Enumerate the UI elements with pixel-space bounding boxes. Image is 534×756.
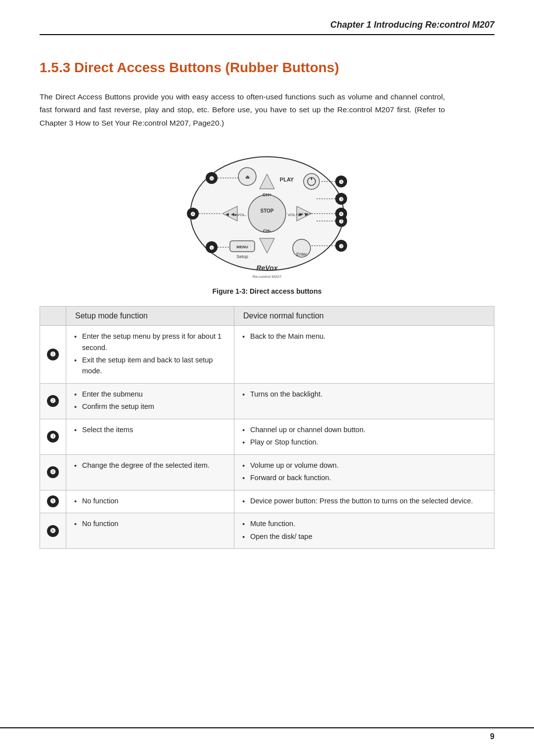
figure-caption: Figure 1-3: Direct access buttons xyxy=(213,287,322,295)
svg-text:◄◄: ◄◄ xyxy=(224,211,235,217)
list-item: Change the degree of the selected item. xyxy=(73,460,227,471)
svg-text:❸: ❸ xyxy=(339,196,344,202)
col-header-device: Device normal function xyxy=(234,307,494,326)
list-item: Mute function. xyxy=(241,518,487,529)
list-item: Forward or back function. xyxy=(241,472,487,483)
svg-text:MENU: MENU xyxy=(236,245,248,249)
page-container: Chapter 1 Introducing Re:control M207 1.… xyxy=(0,0,534,756)
svg-text:❹: ❹ xyxy=(339,211,344,217)
device-cell: Device power button: Press the button to… xyxy=(234,490,494,513)
table-row: ❻No functionMute function.Open the disk/… xyxy=(40,513,494,549)
table-row: ❶Enter the setup menu by press it for ab… xyxy=(40,326,494,384)
setup-cell: Enter the submenuConfirm the setup item xyxy=(66,383,234,419)
col-header-setup: Setup mode function xyxy=(66,307,234,326)
row-badge: ❷ xyxy=(40,383,66,419)
svg-text:ReVox: ReVox xyxy=(256,264,278,272)
svg-point-5 xyxy=(248,195,286,232)
list-item: Back to the Main menu. xyxy=(241,331,487,342)
svg-text:❺: ❺ xyxy=(339,179,344,185)
svg-text:PLAY: PLAY xyxy=(280,177,294,182)
num-badge: ❻ xyxy=(47,525,59,537)
svg-text:Re:control M207: Re:control M207 xyxy=(253,274,282,279)
list-item: Confirm the setup item xyxy=(73,401,227,412)
svg-point-8 xyxy=(304,174,319,189)
svg-text:CH-: CH- xyxy=(263,228,271,233)
col-header-num xyxy=(40,307,66,326)
row-badge: ❺ xyxy=(40,490,66,513)
num-badge: ❹ xyxy=(47,466,59,478)
list-item: Channel up or channel down button. xyxy=(241,424,487,435)
list-item: No function xyxy=(73,518,227,529)
chapter-title: Chapter 1 Introducing Re:control M207 xyxy=(330,20,494,30)
svg-text:CH+: CH+ xyxy=(263,192,271,197)
table-row: ❸Select the itemsChannel up or channel d… xyxy=(40,419,494,454)
svg-text:❹: ❹ xyxy=(190,211,195,217)
list-item: Turns on the backlight. xyxy=(241,389,487,400)
num-badge: ❺ xyxy=(47,495,59,507)
list-item: Device power button: Press the button to… xyxy=(241,495,487,506)
list-item: Play or Stop function. xyxy=(241,437,487,447)
device-cell: Turns on the backlight. xyxy=(234,383,494,419)
table-row: ❷Enter the submenuConfirm the setup item… xyxy=(40,383,494,419)
setup-cell: Select the items xyxy=(66,419,234,454)
row-badge: ❹ xyxy=(40,454,66,490)
list-item: No function xyxy=(73,495,227,506)
svg-text:Enter: Enter xyxy=(296,252,307,257)
page-footer: 9 xyxy=(0,727,534,741)
device-cell: Volume up or volume down.Forward or back… xyxy=(234,454,494,490)
list-item: Open the disk/ tape xyxy=(241,531,487,542)
body-text: The Direct Access Buttons provide you wi… xyxy=(40,90,445,130)
table-row: ❹Change the degree of the selected item.… xyxy=(40,454,494,490)
device-cell: Channel up or channel down button.Play o… xyxy=(234,419,494,454)
page-number: 9 xyxy=(490,732,494,741)
figure-container: STOP PLAY CH+ CH- ◄VOL- VOL+► ◄◄ xyxy=(40,144,494,301)
row-badge: ❶ xyxy=(40,326,66,384)
device-cell: Mute function.Open the disk/ tape xyxy=(234,513,494,549)
setup-cell: Enter the setup menu by press it for abo… xyxy=(66,326,234,384)
device-cell: Back to the Main menu. xyxy=(234,326,494,384)
table-row: ❺No functionDevice power button: Press t… xyxy=(40,490,494,513)
svg-text:STOP: STOP xyxy=(260,208,273,214)
list-item: Volume up or volume down. xyxy=(241,460,487,471)
setup-cell: No function xyxy=(66,513,234,549)
svg-text:❻: ❻ xyxy=(209,176,214,181)
section-number: 1.5.3 xyxy=(40,60,70,75)
section-title: 1.5.3 Direct Access Buttons (Rubber Butt… xyxy=(40,60,494,76)
row-badge: ❸ xyxy=(40,419,66,454)
list-item: Enter the setup menu by press it for abo… xyxy=(73,331,227,353)
section-title-text: Direct Access Buttons (Rubber Buttons) xyxy=(74,60,339,75)
function-table: Setup mode function Device normal functi… xyxy=(40,306,494,549)
list-item: Select the items xyxy=(73,424,227,435)
num-badge: ❷ xyxy=(47,395,59,407)
list-item: Exit the setup item and back to last set… xyxy=(73,355,227,377)
svg-text:►►: ►► xyxy=(299,211,310,217)
chapter-header: Chapter 1 Introducing Re:control M207 xyxy=(40,20,494,35)
svg-text:❶: ❶ xyxy=(209,245,214,251)
setup-cell: Change the degree of the selected item. xyxy=(66,454,234,490)
num-badge: ❸ xyxy=(47,431,59,443)
row-badge: ❻ xyxy=(40,513,66,549)
setup-cell: No function xyxy=(66,490,234,513)
svg-text:❷: ❷ xyxy=(339,243,344,249)
num-badge: ❶ xyxy=(47,349,59,360)
svg-text:Setup: Setup xyxy=(236,254,248,259)
list-item: Enter the submenu xyxy=(73,389,227,400)
svg-text:⏏: ⏏ xyxy=(245,174,250,179)
remote-image: STOP PLAY CH+ CH- ◄VOL- VOL+► ◄◄ xyxy=(148,144,386,284)
